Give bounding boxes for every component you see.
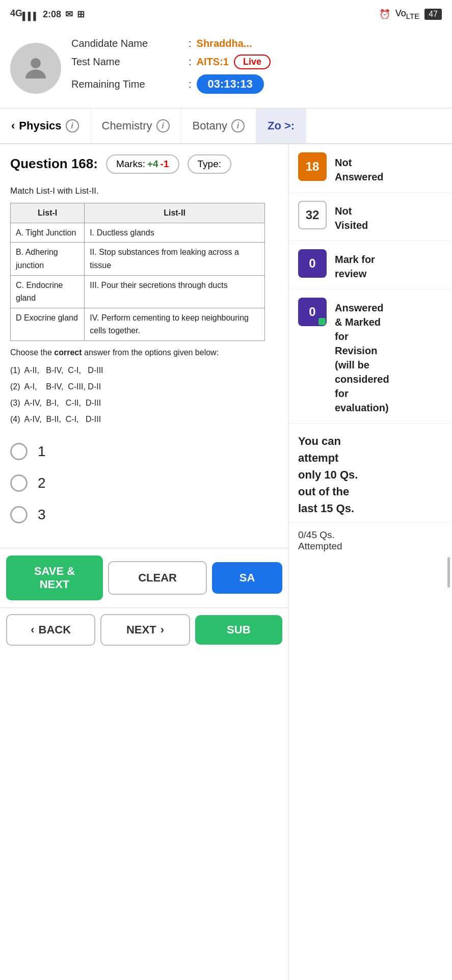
attempt-note: You canattemptonly 10 Qs.out of thelast … (289, 423, 452, 522)
timer-display: 03:13:13 (197, 74, 264, 94)
not-answered-status: 18 NotAnswered (289, 144, 452, 193)
radio-option-1[interactable]: 1 (10, 443, 278, 460)
marks-label: Marks: (116, 158, 145, 170)
status-bar: 4G▌▌▌ 2:08 ✉ ⊞ ⏰ VoLTE 47 (0, 0, 452, 29)
table-row: A. Tight Junction I. Ductless glands (11, 223, 265, 243)
save-button[interactable]: SA (212, 562, 282, 594)
table-row: D Exocrine gland IV. Perform cementing t… (11, 308, 265, 340)
radio-option-2[interactable]: 2 (10, 474, 278, 492)
options-list: (1) A-II, B-IV, C-I, D-III (2) A-I, B-IV… (10, 362, 278, 428)
back-arrow-icon: ‹ (31, 623, 34, 637)
candidate-row: Candidate Name : Shraddha... (71, 38, 442, 49)
status-right: ⏰ VoLTE 47 (379, 8, 442, 20)
answered-marked-label: Answered& MarkedforRevision(will beconsi… (335, 298, 389, 415)
header: Candidate Name : Shraddha... Test Name :… (0, 29, 452, 109)
battery-indicator: 47 (424, 9, 442, 20)
alarm-icon: ⏰ (379, 9, 390, 20)
radio-circle-2[interactable] (10, 474, 28, 492)
time-row: Remaining Time : 03:13:13 (71, 74, 442, 94)
mark-review-status: 0 Mark forreview (289, 241, 452, 289)
choose-text: Choose the correct answer from the optio… (10, 346, 278, 359)
physics-info-icon[interactable]: i (66, 119, 79, 133)
live-badge: Live (234, 55, 271, 69)
radio-label-3: 3 (38, 507, 46, 523)
not-visited-badge: 32 (298, 201, 327, 229)
email-icon: ✉ (65, 9, 73, 20)
radio-label-2: 2 (38, 475, 46, 491)
not-visited-count: 32 (306, 208, 320, 222)
table-row: C. Endocrine gland III. Pour their secre… (11, 275, 265, 308)
scrollbar-indicator (447, 557, 450, 588)
tab-botany[interactable]: Botany i (181, 109, 257, 143)
botany-label: Botany (193, 119, 228, 133)
submit-button[interactable]: SUB (195, 615, 282, 645)
table-header-list1: List-I (11, 203, 85, 223)
not-answered-count: 18 (306, 160, 320, 174)
tab-physics[interactable]: ‹ Physics i (0, 109, 91, 143)
radio-circle-3[interactable] (10, 506, 28, 523)
bottom-action-bar: SAVE & NEXT CLEAR SA (0, 548, 288, 607)
status-left: 4G▌▌▌ 2:08 ✉ ⊞ (10, 8, 85, 20)
question-body: Match List-I with List-II. List-I List-I… (0, 179, 288, 438)
test-label: Test Name (71, 56, 183, 68)
time-label: Remaining Time (71, 78, 183, 90)
app-icon: ⊞ (77, 9, 85, 20)
type-badge: Type: (188, 154, 231, 174)
subject-tabs: ‹ Physics i Chemistry i Botany i Zo >: (0, 109, 452, 144)
header-info: Candidate Name : Shraddha... Test Name :… (71, 38, 442, 99)
question-panel: Question 168: Marks: +4 -1 Type: Match L… (0, 144, 289, 980)
botany-info-icon[interactable]: i (231, 119, 245, 133)
mark-review-label: Mark forreview (335, 249, 375, 281)
save-next-button[interactable]: SAVE & NEXT (6, 555, 103, 600)
clear-button[interactable]: CLEAR (108, 561, 207, 595)
test-row: Test Name : AITS:1 Live (71, 55, 442, 69)
next-arrow-icon: › (161, 623, 164, 637)
option-4: (4) A-IV, B-II, C-I, D-III (10, 411, 278, 428)
option-3: (3) A-IV, B-I, C-II, D-III (10, 395, 278, 411)
avatar (10, 43, 61, 94)
question-title: Question 168: (10, 155, 98, 173)
signal-icon: 4G▌▌▌ (10, 8, 39, 20)
radio-circle-1[interactable] (10, 443, 28, 460)
chemistry-label: Chemistry (102, 119, 152, 133)
answered-marked-status: 0 Answered& MarkedforRevision(will becon… (289, 289, 452, 423)
svg-point-0 (31, 58, 41, 68)
radio-label-1: 1 (38, 443, 46, 460)
green-dot-icon (318, 318, 326, 325)
zoology-label: Zo >: (268, 119, 295, 133)
table-header-list2: List-II (85, 203, 264, 223)
mark-review-count: 0 (309, 256, 315, 271)
marks-positive: +4 (147, 158, 158, 170)
marks-badge: Marks: +4 -1 (106, 154, 179, 174)
back-arrow-icon: ‹ (11, 119, 15, 133)
answered-marked-badge: 0 (298, 298, 327, 326)
main-layout: Question 168: Marks: +4 -1 Type: Match L… (0, 144, 452, 980)
question-intro: Match List-I with List-II. (10, 184, 278, 198)
lte-icon: VoLTE (395, 8, 419, 20)
right-panel: 18 NotAnswered 32 NotVisited 0 Mark forr… (289, 144, 452, 980)
test-name: AITS:1 (197, 56, 229, 68)
candidate-label: Candidate Name (71, 38, 183, 49)
next-button[interactable]: NEXT › (100, 614, 190, 646)
table-row: B. Adhering junction II. Stop substances… (11, 243, 265, 275)
back-button[interactable]: ‹ BACK (6, 614, 95, 646)
not-visited-status: 32 NotVisited (289, 193, 452, 241)
candidate-name: Shraddha... (197, 38, 252, 49)
mark-review-badge: 0 (298, 249, 327, 278)
answered-marked-count: 0 (309, 305, 315, 319)
not-visited-label: NotVisited (335, 201, 368, 232)
radio-options: 1 2 3 (0, 438, 288, 548)
type-label: Type: (198, 158, 221, 169)
marks-negative: -1 (161, 158, 169, 170)
radio-option-3[interactable]: 3 (10, 506, 278, 523)
tab-zoology[interactable]: Zo >: (256, 109, 306, 143)
not-answered-label: NotAnswered (335, 152, 384, 184)
time-display: 2:08 (43, 9, 61, 20)
tab-chemistry[interactable]: Chemistry i (91, 109, 181, 143)
chemistry-info-icon[interactable]: i (156, 119, 170, 133)
back-label: BACK (39, 623, 71, 637)
nav-bar: ‹ BACK NEXT › SUB (0, 607, 288, 652)
attempt-count: 0/45 Qs.Attempted (289, 522, 452, 557)
physics-label: Physics (19, 119, 61, 133)
next-label: NEXT (126, 623, 156, 637)
